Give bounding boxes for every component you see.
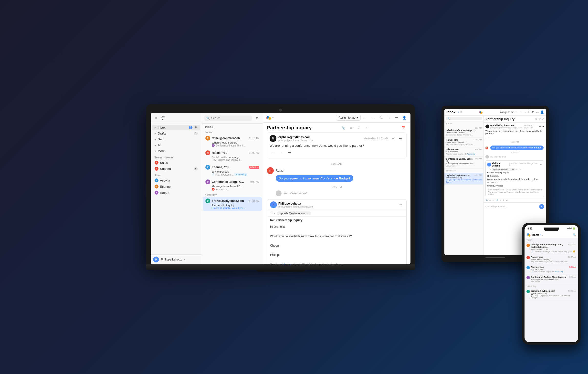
sidebar-item-activity[interactable]: A Activity [152, 177, 200, 183]
compose-to-remove[interactable]: × [307, 212, 309, 215]
tablet-chat-send[interactable]: + [539, 204, 544, 209]
search-bar[interactable]: 🔍 [204, 115, 252, 121]
tablet-reply-btn[interactable]: ← [485, 136, 488, 138]
compose-to-chip[interactable]: orphelia@nytimes.com × [277, 211, 311, 215]
email-sender: Conference Badge, C... [212, 180, 249, 184]
tablet-compose-body[interactable]: Re: Partnership inquiry Hi Orphelia, Wou… [487, 171, 542, 188]
inbox-badge-gray: 5 [194, 126, 198, 129]
tablet-fwd-btn[interactable]: → [524, 110, 526, 114]
forward-btn[interactable]: → [278, 149, 284, 156]
email-time: 11:31 AM [249, 200, 259, 202]
sidebar-item-more[interactable]: + More [152, 148, 200, 154]
tablet-reply-icon[interactable]: ↩ [539, 125, 541, 128]
tablet-link[interactable]: 🔗 [496, 199, 498, 201]
tablet-chat-avatar: R [485, 146, 488, 149]
more-btn[interactable]: ••• [393, 114, 400, 121]
tablet-clock[interactable]: ⏱ [528, 111, 531, 114]
heart-btn[interactable]: ♡ [356, 125, 362, 131]
plus-icon: + [155, 150, 156, 153]
sidebar-item-etienne[interactable]: E Etienne [152, 184, 200, 189]
phone-email-item-yesterday[interactable]: orphelia@nytimes.com 11:31 AM Partnershi… [525, 288, 578, 301]
battery-icon: 🔋 [573, 227, 575, 230]
email-item[interactable]: C Conference Badge, C... 8:03 AM Message… [203, 178, 262, 192]
chat-icon[interactable]: 💬 [160, 115, 166, 121]
action-more[interactable]: ••• [286, 149, 293, 156]
email-item[interactable]: E Etienne, You 8:00 AM July expenses 📄 F… [203, 163, 262, 177]
star-btn[interactable]: ☆ [348, 125, 354, 131]
reply-icon[interactable]: ↩ [390, 135, 396, 142]
back-arrow-btn[interactable]: ← [362, 114, 368, 121]
sidebar-item-inbox[interactable]: ▶ Inbox 3 5 [152, 125, 200, 130]
tablet-trash[interactable]: 🗑 [503, 199, 505, 201]
reply-btn[interactable]: ← [270, 149, 276, 156]
tablet-more[interactable]: ••• [506, 199, 508, 201]
compose-body[interactable]: Re: Partnership inquiry Hi Orphelia, Wou… [267, 217, 406, 264]
tablet-today: Today [444, 121, 483, 126]
tablet-title-star[interactable]: ☆ [535, 117, 537, 121]
check-btn[interactable]: ✓ [364, 125, 370, 131]
phone-status-icons: WiFi 🔋 [567, 227, 575, 230]
support-badge: 6 [194, 167, 198, 170]
compose-icon[interactable]: ✏ [153, 115, 159, 121]
tablet-email-selected[interactable]: 11:31 AM orphelia@nytimes.com Partnershi… [444, 173, 483, 185]
tablet-dots[interactable]: ••• [536, 111, 539, 114]
paperclip-icon[interactable]: 📎 [340, 125, 346, 131]
tablet-email-item[interactable]: 9:16 AM rafael@conferencebadge.c... When… [444, 126, 483, 137]
sidebar-item-sales[interactable]: S Sales [152, 160, 200, 166]
search-input[interactable] [211, 116, 250, 120]
email-item-selected[interactable]: O orphelia@nytimes.com 11:31 AM Partners… [203, 197, 262, 211]
phone-search[interactable]: 🔍 [573, 233, 576, 237]
sidebar-item-rafael[interactable]: R Rafael [152, 190, 200, 196]
tablet-back-btn[interactable]: ← [519, 110, 522, 114]
clock-btn[interactable]: ⏱ [378, 114, 384, 121]
logo-dropdown[interactable]: ▾ [272, 116, 274, 119]
email-item[interactable]: R Rafael, You 11:09 AM Social media camp… [203, 149, 262, 163]
phone-avatar3 [526, 266, 530, 269]
tablet-compose-more[interactable]: ••• [540, 163, 542, 166]
phone-email-item[interactable]: Conference Badge, Claire Sighrim 8:00 AM… [525, 274, 578, 284]
tablet-email-list: 🔍 Today 9:16 AM rafael@conferencebadge.c… [444, 116, 483, 255]
phone-email-item[interactable]: Etienne, You 8:00 AM July expenses 📄 Fil… [525, 264, 578, 274]
grid-btn[interactable]: ⊞ [386, 114, 392, 121]
assign-label: Assign to me [339, 116, 356, 119]
phone-bezel: 4:47 WiFi 🔋 🎭 Inbox × 3 🔍 Today [522, 223, 581, 345]
tablet-to-chip[interactable]: orphelia@nytimes.com × [492, 168, 515, 171]
phone-email-item[interactable]: Rafael, You 11:04 AM Social media campai… [525, 254, 578, 264]
email-preview: Hey Philippe can you plea... [212, 159, 259, 161]
tablet-emoji[interactable]: ☺ [492, 199, 494, 201]
email-preview: C Conference Badge Thank... [212, 144, 259, 147]
tablet-compose[interactable]: Philippe Lehoux philippe@conferencebadge… [485, 160, 544, 197]
compose-more[interactable]: ••• [397, 202, 403, 208]
tablet-edit[interactable]: ✎ [500, 199, 501, 201]
user-profile[interactable]: P Philippe Lehoux ▾ [151, 254, 202, 264]
tablet-chat-input[interactable]: Chat with your team... + [483, 202, 546, 210]
msg-more[interactable]: ••• [398, 135, 404, 142]
chat-bubble: Do you agree on those terms Conference B… [276, 175, 353, 182]
tablet-title-check[interactable]: ✓ [542, 117, 544, 121]
tablet-msg-more[interactable]: ••• [542, 125, 544, 128]
sidebar-item-all[interactable]: ▶ All [152, 142, 200, 148]
forward-arrow-btn[interactable]: → [370, 114, 376, 121]
tablet-bold[interactable]: A [489, 199, 491, 201]
tablet-title-heart[interactable]: ♡ [538, 117, 541, 121]
person-btn[interactable]: 👤 [401, 114, 408, 121]
sidebar-item-support[interactable]: S Support 6 [152, 166, 200, 172]
sidebar-item-sent[interactable]: ▶ Sent [152, 136, 200, 142]
tablet-email-item[interactable]: 8:00 AM Etienne, You July expenses File:… [444, 147, 483, 156]
tablet-email-item[interactable]: 8:03 AM Conference Badge, Claire Sig... … [444, 156, 483, 168]
calendar-btn[interactable]: 📅 [400, 125, 407, 131]
tablet-email-item[interactable]: 11:04 AM Rafael, You Social media campai… [444, 137, 483, 147]
assign-to-me-button[interactable]: Assign to me ▾ [336, 115, 361, 121]
email-item[interactable]: R rafael@conferenceb... 11:15 AM When sh… [203, 134, 262, 148]
compose-greeting: Hi Orphelia, [270, 225, 403, 229]
tablet-assign-label[interactable]: Assign to me [500, 111, 514, 114]
tablet-fwd-btn2[interactable]: → [489, 136, 491, 138]
phone-email-item[interactable]: rafael@conferencebadge.com, carlee@disne… [525, 242, 578, 254]
main-app: ✏ 💬 ▶ Inbox 3 5 ▶ Drafts 1 [151, 113, 410, 264]
tablet-grid[interactable]: ⊞ [532, 111, 534, 114]
tablet-person[interactable]: 👤 [540, 110, 544, 114]
sidebar-item-drafts[interactable]: ▶ Drafts 1 [152, 131, 200, 136]
filter-btn[interactable]: ⚙ [254, 115, 260, 121]
missive-link[interactable]: Missive [283, 263, 292, 264]
tablet-attach[interactable]: 📎 [485, 199, 488, 201]
